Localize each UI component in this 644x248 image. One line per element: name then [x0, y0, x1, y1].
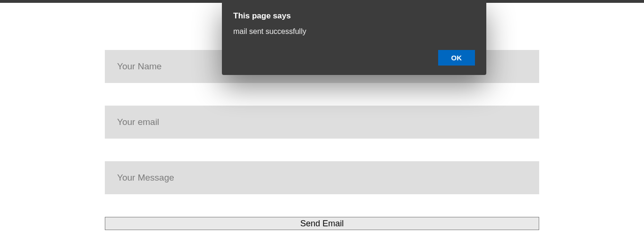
- ok-button[interactable]: OK: [438, 50, 475, 66]
- message-input[interactable]: [105, 161, 539, 194]
- send-email-button[interactable]: Send Email: [105, 217, 539, 230]
- email-input[interactable]: [105, 106, 539, 139]
- dialog-title: This page says: [233, 11, 475, 21]
- dialog-actions: OK: [233, 50, 475, 66]
- dialog-message: mail sent successfully: [233, 27, 475, 36]
- alert-dialog: This page says mail sent successfully OK: [222, 0, 486, 75]
